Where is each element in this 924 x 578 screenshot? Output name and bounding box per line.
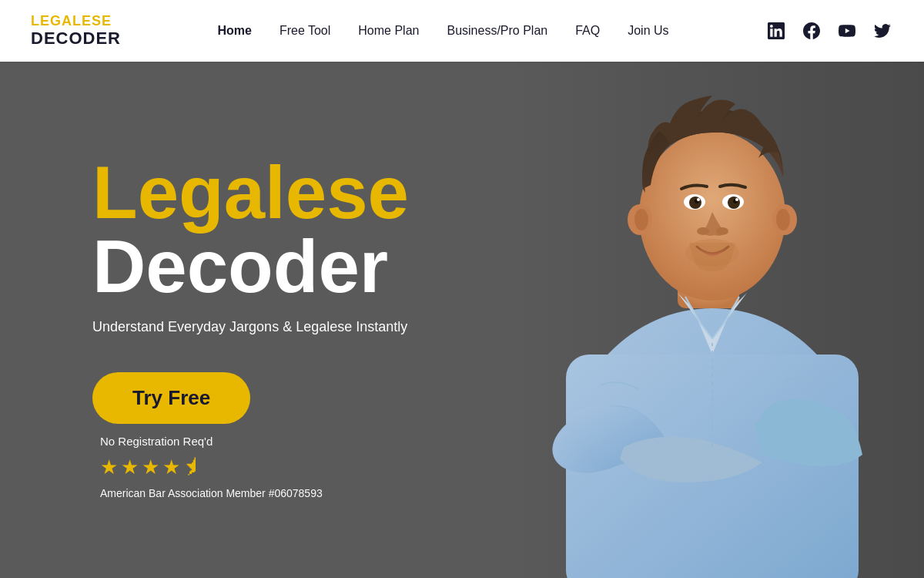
logo-bottom: DECODER xyxy=(31,29,121,48)
linkedin-icon[interactable] xyxy=(765,20,787,42)
nav-links: Home Free Tool Home Plan Business/Pro Pl… xyxy=(217,24,668,38)
hero-section: Legalese Decoder Understand Everyday Jar… xyxy=(0,62,924,578)
aba-member-text: American Bar Association Member #0607859… xyxy=(92,487,409,499)
svg-point-19 xyxy=(634,209,648,230)
hero-title-line1: Legalese xyxy=(92,156,409,230)
svg-point-16 xyxy=(716,227,728,235)
star-rating: ★ ★ ★ ★ ⯨ xyxy=(92,455,409,479)
facebook-icon[interactable] xyxy=(801,20,822,42)
svg-point-21 xyxy=(776,209,790,230)
social-icons xyxy=(765,20,893,42)
svg-point-14 xyxy=(735,198,738,201)
star-4: ★ xyxy=(162,455,180,479)
svg-point-15 xyxy=(697,227,709,235)
logo: LEGALESE DECODER xyxy=(31,14,121,48)
nav-free-tool[interactable]: Free Tool xyxy=(280,24,330,38)
hero-title-line2: Decoder xyxy=(92,230,409,304)
nav-home[interactable]: Home xyxy=(217,24,251,38)
youtube-icon[interactable] xyxy=(836,20,858,42)
logo-top: LEGALESE xyxy=(31,14,121,29)
twitter-icon[interactable] xyxy=(872,20,893,42)
star-3: ★ xyxy=(142,455,159,479)
star-2: ★ xyxy=(121,455,139,479)
nav-faq[interactable]: FAQ xyxy=(575,24,600,38)
star-1: ★ xyxy=(100,455,118,479)
hero-subtitle: Understand Everyday Jargons & Legalese I… xyxy=(92,319,409,335)
nav-join-us[interactable]: Join Us xyxy=(628,24,668,38)
navbar: LEGALESE DECODER Home Free Tool Home Pla… xyxy=(0,0,924,62)
hero-person-image xyxy=(493,62,924,578)
try-free-button[interactable]: Try Free xyxy=(92,372,250,424)
svg-point-13 xyxy=(697,198,700,201)
nav-home-plan[interactable]: Home Plan xyxy=(358,24,419,38)
hero-content: Legalese Decoder Understand Everyday Jar… xyxy=(0,140,409,499)
hero-title: Legalese Decoder xyxy=(92,156,409,304)
no-registration-text: No Registration Req'd xyxy=(92,435,409,448)
person-illustration xyxy=(500,62,924,578)
star-5-half: ⯨ xyxy=(183,455,203,479)
nav-business-pro-plan[interactable]: Business/Pro Plan xyxy=(447,24,547,38)
